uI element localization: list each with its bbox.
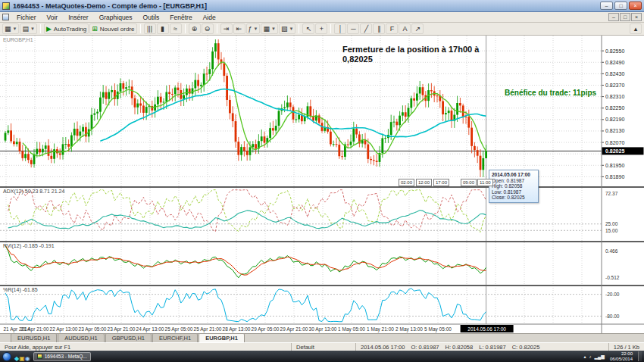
close-button[interactable]: × (629, 2, 642, 10)
chart-tab-audusd[interactable]: AUDUSD,H1 (58, 333, 104, 342)
zoom-in-button[interactable]: ⊕ (189, 23, 201, 34)
templates-button[interactable]: ▧▼ (279, 23, 295, 34)
dropdown-arrow-icon: ▼ (271, 27, 276, 31)
minimize-button[interactable]: – (600, 2, 613, 10)
taskbar-window-button[interactable]: 1694453 - MetaQ... (33, 352, 91, 361)
candlestick-button-icon: ▮ (161, 25, 164, 33)
autotrading-button-icon: ▶ (46, 25, 52, 33)
svg-text:29 Apr 05:00: 29 Apr 05:00 (252, 326, 280, 332)
taskbar-launchers: ◆▣◉ (14, 350, 30, 362)
zoom-out-button[interactable]: ⊖ (202, 23, 214, 34)
channel-button[interactable]: ∥ (373, 23, 385, 34)
text-button[interactable]: A (399, 23, 411, 34)
chart-canvas[interactable]: 0.825500.824900.824300.823700.823100.822… (0, 36, 644, 333)
svg-text:0.81950: 0.81950 (605, 163, 624, 168)
menu-fichier[interactable]: Fichier (11, 13, 42, 22)
svg-text:25 Apr 21:00: 25 Apr 21:00 (194, 326, 222, 332)
chart-tab-eurgbp[interactable]: EURGBP,H1 (199, 333, 245, 342)
status-profile[interactable]: Default (292, 343, 356, 351)
menu-fenêtre[interactable]: Fenêtre (164, 13, 197, 22)
svg-text:15.00: 15.00 (605, 228, 618, 233)
svg-text:1 May 21:00: 1 May 21:00 (367, 326, 394, 332)
templates-button-icon: ▧ (281, 25, 288, 33)
auto-scroll-button[interactable]: ⇥ (220, 23, 233, 34)
svg-text:1 May 05:00: 1 May 05:00 (338, 326, 365, 332)
time-marker-box: 17:00 (433, 179, 449, 186)
toolbar-separator (140, 24, 141, 33)
chart-shift-button[interactable]: ⇤ (233, 23, 245, 34)
auto-scroll-button-icon: ⇥ (224, 25, 230, 33)
toolbar-overflow-button[interactable]: ▴ (630, 23, 642, 34)
indicators-button-icon: ƒ (249, 25, 252, 33)
vertical-line-button[interactable]: │ (334, 23, 346, 34)
periods-button[interactable]: ▦▼ (261, 23, 277, 34)
app-icon (2, 2, 10, 10)
crosshair-button[interactable]: + (315, 23, 327, 34)
svg-text:-80.00: -80.00 (605, 314, 620, 319)
start-button[interactable] (2, 352, 11, 361)
trendline-button[interactable]: ╱ (360, 23, 372, 34)
svg-text:30 Apr 13:00: 30 Apr 13:00 (309, 326, 337, 332)
new-order-button[interactable]: ⊞Nouvel ordre (89, 23, 136, 34)
hidden-icons-chevron[interactable]: ▴ (583, 354, 586, 359)
chart-tab-eurchf[interactable]: EURCHF,H1 (152, 333, 198, 342)
menu-bar: FichierVoirInsérerGraphiquesOutilsFenêtr… (0, 12, 644, 23)
trendline-button-icon: ╱ (364, 25, 368, 33)
status-quote-close: C: 0.82025 (512, 344, 540, 351)
taskbar-clock[interactable]: 22:00 06/05/2014 (608, 351, 635, 361)
maximize-button[interactable]: □ (614, 2, 627, 10)
menu-graphiques[interactable]: Graphiques (94, 13, 138, 22)
horizontal-line-button-icon: ─ (351, 25, 355, 33)
menu-insérer[interactable]: Insérer (63, 13, 93, 22)
periods-button-icon: ▦ (263, 25, 270, 33)
line-chart-button[interactable]: ≈ (170, 23, 182, 34)
text-button-icon: A (402, 25, 407, 33)
bar-chart-button-icon: ||| (147, 25, 152, 33)
quick-launch-icon-2[interactable]: ◉ (25, 355, 30, 362)
svg-text:0.82310: 0.82310 (605, 94, 624, 99)
horizontal-line-button[interactable]: ─ (347, 23, 359, 34)
status-help: Pour Aide, appuyer sur F1 (0, 343, 292, 351)
svg-text:0.82370: 0.82370 (605, 83, 624, 88)
title-bar: 1694453 - MetaQuotes-Demo - Compte demo … (0, 0, 644, 12)
child-close-button[interactable]: × (631, 13, 642, 21)
candlestick-button[interactable]: ▮ (157, 23, 169, 34)
autotrading-button[interactable]: ▶AutoTrading (44, 23, 89, 34)
show-desktop-button[interactable] (638, 351, 642, 361)
svg-text:29 Apr 21:00: 29 Apr 21:00 (280, 326, 308, 332)
bar-chart-button[interactable]: ||| (144, 23, 156, 34)
menu-outils[interactable]: Outils (138, 13, 165, 22)
chart-tab-gbpusd[interactable]: GBPUSD,H1 (105, 333, 152, 342)
taskbar: ◆▣◉ 1694453 - MetaQ... ▴♪▂▄▆ 22:00 06/05… (0, 351, 644, 362)
svg-text:0.466: 0.466 (605, 248, 618, 254)
profiles-button-icon: ▤ (22, 25, 29, 33)
volume-icon[interactable]: ♪ (589, 354, 591, 359)
indicators-button[interactable]: ƒ▼ (246, 23, 261, 34)
menu-items: FichierVoirInsérerGraphiquesOutilsFenêtr… (11, 13, 221, 22)
svg-text:25 Apr 05:00: 25 Apr 05:00 (165, 326, 193, 332)
svg-text:21 Apr 21:00: 21 Apr 21:00 (21, 326, 49, 332)
cursor-button[interactable]: ↖ (302, 23, 314, 34)
network-icon[interactable]: ▂▄▆ (594, 354, 604, 359)
zoom-out-button-icon: ⊖ (205, 25, 211, 33)
new-chart-button[interactable]: ▦▼ (2, 23, 19, 34)
toolbar-separator (185, 24, 186, 33)
child-restore-button[interactable]: □ (620, 13, 630, 21)
svg-text:23 Apr 05:00: 23 Apr 05:00 (79, 326, 107, 332)
svg-text:72.37: 72.37 (605, 191, 618, 196)
chart-area[interactable]: 0.825500.824900.824300.823700.823100.822… (0, 36, 644, 333)
menu-aide[interactable]: Aide (198, 13, 221, 22)
fibonacci-button[interactable]: F (386, 23, 398, 34)
child-minimize-button[interactable]: – (608, 13, 619, 21)
new-chart-button-icon: ▦ (5, 25, 11, 33)
svg-text:2 May 13:00: 2 May 13:00 (395, 326, 423, 332)
profiles-button[interactable]: ▤▼ (20, 23, 36, 34)
status-quote: 2014.05.06 17:00 O: 0.81987 H: 0.82058 L… (356, 343, 609, 351)
dropdown-arrow-icon: ▼ (289, 27, 293, 31)
status-quote-time: 2014.05.06 17:00 (361, 344, 405, 351)
svg-text:28 Apr 13:00: 28 Apr 13:00 (223, 326, 251, 332)
arrow-tools-button[interactable]: ↗ (411, 23, 424, 34)
menu-voir[interactable]: Voir (42, 13, 64, 22)
folder-icon[interactable]: ▣ (19, 355, 25, 362)
chart-tab-eurusd[interactable]: EURUSD,H1 (11, 333, 57, 342)
